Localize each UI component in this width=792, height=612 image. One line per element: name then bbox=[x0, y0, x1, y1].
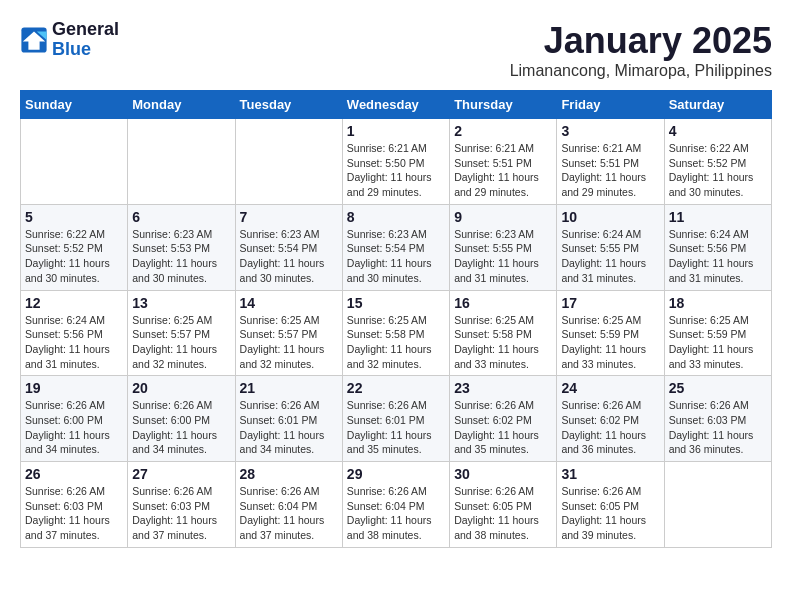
day-number: 15 bbox=[347, 295, 445, 311]
day-info: Sunrise: 6:25 AM Sunset: 5:57 PM Dayligh… bbox=[240, 313, 338, 372]
weekday-header-thursday: Thursday bbox=[450, 91, 557, 119]
day-number: 20 bbox=[132, 380, 230, 396]
day-info: Sunrise: 6:23 AM Sunset: 5:54 PM Dayligh… bbox=[347, 227, 445, 286]
day-number: 18 bbox=[669, 295, 767, 311]
calendar-cell bbox=[21, 119, 128, 205]
weekday-header-saturday: Saturday bbox=[664, 91, 771, 119]
logo-text: General Blue bbox=[52, 20, 119, 60]
calendar-cell: 14Sunrise: 6:25 AM Sunset: 5:57 PM Dayli… bbox=[235, 290, 342, 376]
calendar-cell: 17Sunrise: 6:25 AM Sunset: 5:59 PM Dayli… bbox=[557, 290, 664, 376]
day-info: Sunrise: 6:26 AM Sunset: 6:04 PM Dayligh… bbox=[240, 484, 338, 543]
calendar-cell: 7Sunrise: 6:23 AM Sunset: 5:54 PM Daylig… bbox=[235, 204, 342, 290]
calendar-cell: 19Sunrise: 6:26 AM Sunset: 6:00 PM Dayli… bbox=[21, 376, 128, 462]
weekday-header-monday: Monday bbox=[128, 91, 235, 119]
day-info: Sunrise: 6:23 AM Sunset: 5:55 PM Dayligh… bbox=[454, 227, 552, 286]
day-number: 13 bbox=[132, 295, 230, 311]
day-info: Sunrise: 6:26 AM Sunset: 6:03 PM Dayligh… bbox=[132, 484, 230, 543]
calendar-cell: 6Sunrise: 6:23 AM Sunset: 5:53 PM Daylig… bbox=[128, 204, 235, 290]
day-number: 14 bbox=[240, 295, 338, 311]
calendar-cell: 5Sunrise: 6:22 AM Sunset: 5:52 PM Daylig… bbox=[21, 204, 128, 290]
calendar-cell: 4Sunrise: 6:22 AM Sunset: 5:52 PM Daylig… bbox=[664, 119, 771, 205]
day-info: Sunrise: 6:21 AM Sunset: 5:51 PM Dayligh… bbox=[454, 141, 552, 200]
calendar-cell: 20Sunrise: 6:26 AM Sunset: 6:00 PM Dayli… bbox=[128, 376, 235, 462]
month-title: January 2025 bbox=[510, 20, 772, 62]
logo: General Blue bbox=[20, 20, 119, 60]
page-header: General Blue January 2025 Limanancong, M… bbox=[20, 20, 772, 80]
weekday-header-wednesday: Wednesday bbox=[342, 91, 449, 119]
calendar-cell: 29Sunrise: 6:26 AM Sunset: 6:04 PM Dayli… bbox=[342, 462, 449, 548]
calendar-cell: 25Sunrise: 6:26 AM Sunset: 6:03 PM Dayli… bbox=[664, 376, 771, 462]
calendar-cell: 2Sunrise: 6:21 AM Sunset: 5:51 PM Daylig… bbox=[450, 119, 557, 205]
day-number: 31 bbox=[561, 466, 659, 482]
day-info: Sunrise: 6:26 AM Sunset: 6:03 PM Dayligh… bbox=[669, 398, 767, 457]
day-number: 5 bbox=[25, 209, 123, 225]
calendar-cell: 18Sunrise: 6:25 AM Sunset: 5:59 PM Dayli… bbox=[664, 290, 771, 376]
weekday-header-tuesday: Tuesday bbox=[235, 91, 342, 119]
day-number: 3 bbox=[561, 123, 659, 139]
day-number: 30 bbox=[454, 466, 552, 482]
day-number: 22 bbox=[347, 380, 445, 396]
weekday-header-row: SundayMondayTuesdayWednesdayThursdayFrid… bbox=[21, 91, 772, 119]
logo-blue: Blue bbox=[52, 39, 91, 59]
calendar: SundayMondayTuesdayWednesdayThursdayFrid… bbox=[20, 90, 772, 548]
day-number: 17 bbox=[561, 295, 659, 311]
calendar-cell: 8Sunrise: 6:23 AM Sunset: 5:54 PM Daylig… bbox=[342, 204, 449, 290]
calendar-cell bbox=[235, 119, 342, 205]
title-block: January 2025 Limanancong, Mimaropa, Phil… bbox=[510, 20, 772, 80]
day-info: Sunrise: 6:22 AM Sunset: 5:52 PM Dayligh… bbox=[25, 227, 123, 286]
calendar-cell bbox=[128, 119, 235, 205]
day-number: 4 bbox=[669, 123, 767, 139]
day-number: 8 bbox=[347, 209, 445, 225]
day-info: Sunrise: 6:24 AM Sunset: 5:56 PM Dayligh… bbox=[669, 227, 767, 286]
day-info: Sunrise: 6:26 AM Sunset: 6:01 PM Dayligh… bbox=[347, 398, 445, 457]
day-number: 29 bbox=[347, 466, 445, 482]
calendar-cell: 26Sunrise: 6:26 AM Sunset: 6:03 PM Dayli… bbox=[21, 462, 128, 548]
calendar-cell: 3Sunrise: 6:21 AM Sunset: 5:51 PM Daylig… bbox=[557, 119, 664, 205]
day-number: 16 bbox=[454, 295, 552, 311]
day-number: 26 bbox=[25, 466, 123, 482]
day-info: Sunrise: 6:23 AM Sunset: 5:53 PM Dayligh… bbox=[132, 227, 230, 286]
day-number: 25 bbox=[669, 380, 767, 396]
day-info: Sunrise: 6:24 AM Sunset: 5:56 PM Dayligh… bbox=[25, 313, 123, 372]
day-number: 1 bbox=[347, 123, 445, 139]
calendar-cell: 23Sunrise: 6:26 AM Sunset: 6:02 PM Dayli… bbox=[450, 376, 557, 462]
day-number: 28 bbox=[240, 466, 338, 482]
calendar-cell: 10Sunrise: 6:24 AM Sunset: 5:55 PM Dayli… bbox=[557, 204, 664, 290]
day-info: Sunrise: 6:25 AM Sunset: 5:59 PM Dayligh… bbox=[561, 313, 659, 372]
day-number: 7 bbox=[240, 209, 338, 225]
calendar-week-2: 5Sunrise: 6:22 AM Sunset: 5:52 PM Daylig… bbox=[21, 204, 772, 290]
day-number: 12 bbox=[25, 295, 123, 311]
day-info: Sunrise: 6:23 AM Sunset: 5:54 PM Dayligh… bbox=[240, 227, 338, 286]
day-info: Sunrise: 6:25 AM Sunset: 5:58 PM Dayligh… bbox=[347, 313, 445, 372]
day-info: Sunrise: 6:26 AM Sunset: 6:00 PM Dayligh… bbox=[132, 398, 230, 457]
calendar-cell: 30Sunrise: 6:26 AM Sunset: 6:05 PM Dayli… bbox=[450, 462, 557, 548]
day-info: Sunrise: 6:26 AM Sunset: 6:05 PM Dayligh… bbox=[454, 484, 552, 543]
day-info: Sunrise: 6:26 AM Sunset: 6:00 PM Dayligh… bbox=[25, 398, 123, 457]
calendar-week-4: 19Sunrise: 6:26 AM Sunset: 6:00 PM Dayli… bbox=[21, 376, 772, 462]
day-info: Sunrise: 6:25 AM Sunset: 5:57 PM Dayligh… bbox=[132, 313, 230, 372]
calendar-cell: 24Sunrise: 6:26 AM Sunset: 6:02 PM Dayli… bbox=[557, 376, 664, 462]
day-number: 9 bbox=[454, 209, 552, 225]
location: Limanancong, Mimaropa, Philippines bbox=[510, 62, 772, 80]
calendar-week-1: 1Sunrise: 6:21 AM Sunset: 5:50 PM Daylig… bbox=[21, 119, 772, 205]
day-number: 23 bbox=[454, 380, 552, 396]
calendar-cell: 28Sunrise: 6:26 AM Sunset: 6:04 PM Dayli… bbox=[235, 462, 342, 548]
day-number: 27 bbox=[132, 466, 230, 482]
calendar-cell: 15Sunrise: 6:25 AM Sunset: 5:58 PM Dayli… bbox=[342, 290, 449, 376]
day-info: Sunrise: 6:26 AM Sunset: 6:05 PM Dayligh… bbox=[561, 484, 659, 543]
calendar-cell: 9Sunrise: 6:23 AM Sunset: 5:55 PM Daylig… bbox=[450, 204, 557, 290]
day-info: Sunrise: 6:26 AM Sunset: 6:03 PM Dayligh… bbox=[25, 484, 123, 543]
day-number: 24 bbox=[561, 380, 659, 396]
calendar-cell: 22Sunrise: 6:26 AM Sunset: 6:01 PM Dayli… bbox=[342, 376, 449, 462]
day-info: Sunrise: 6:25 AM Sunset: 5:58 PM Dayligh… bbox=[454, 313, 552, 372]
day-number: 2 bbox=[454, 123, 552, 139]
day-number: 21 bbox=[240, 380, 338, 396]
calendar-cell bbox=[664, 462, 771, 548]
calendar-cell: 16Sunrise: 6:25 AM Sunset: 5:58 PM Dayli… bbox=[450, 290, 557, 376]
day-info: Sunrise: 6:26 AM Sunset: 6:04 PM Dayligh… bbox=[347, 484, 445, 543]
calendar-cell: 13Sunrise: 6:25 AM Sunset: 5:57 PM Dayli… bbox=[128, 290, 235, 376]
day-info: Sunrise: 6:24 AM Sunset: 5:55 PM Dayligh… bbox=[561, 227, 659, 286]
calendar-cell: 11Sunrise: 6:24 AM Sunset: 5:56 PM Dayli… bbox=[664, 204, 771, 290]
day-info: Sunrise: 6:26 AM Sunset: 6:02 PM Dayligh… bbox=[454, 398, 552, 457]
day-info: Sunrise: 6:22 AM Sunset: 5:52 PM Dayligh… bbox=[669, 141, 767, 200]
